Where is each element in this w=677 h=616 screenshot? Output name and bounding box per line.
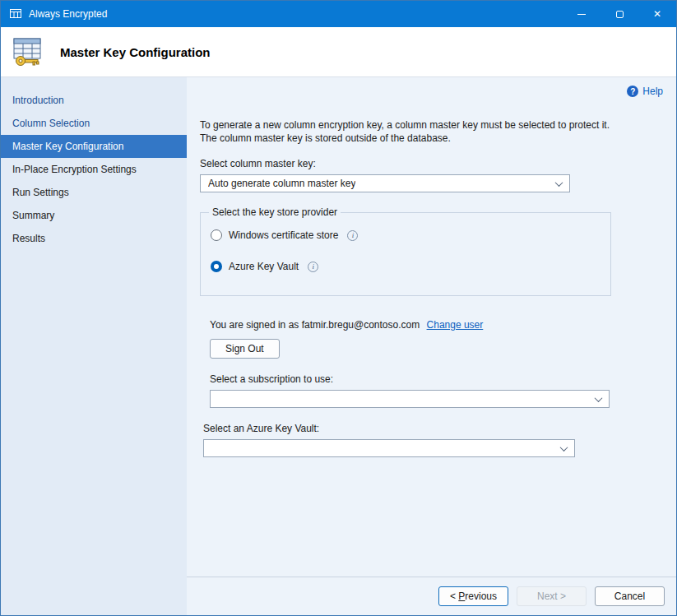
key-store-provider-group: Select the key store provider Windows ce… xyxy=(200,212,611,296)
wizard-steps-sidebar: Introduction Column Selection Master Key… xyxy=(1,77,187,615)
radio-label: Windows certificate store xyxy=(229,229,338,241)
column-master-key-label: Select column master key: xyxy=(200,158,663,169)
radio-unchecked-icon xyxy=(211,229,222,241)
change-user-link[interactable]: Change user xyxy=(427,319,484,331)
key-store-provider-group-title: Select the key store provider xyxy=(209,206,341,218)
window-title: Always Encrypted xyxy=(29,8,107,20)
minimize-icon xyxy=(577,14,586,15)
help-icon: ? xyxy=(627,86,638,97)
sidebar-item-master-key-configuration[interactable]: Master Key Configuration xyxy=(1,135,187,158)
sidebar-item-run-settings[interactable]: Run Settings xyxy=(1,181,187,204)
maximize-icon xyxy=(616,11,624,18)
info-icon[interactable]: i xyxy=(347,230,358,241)
column-master-key-dropdown[interactable]: Auto generate column master key xyxy=(200,174,570,192)
titlebar: Always Encrypted ✕ xyxy=(1,1,676,27)
close-button[interactable]: ✕ xyxy=(638,1,676,27)
next-button[interactable]: Next > xyxy=(517,586,587,606)
window-controls: ✕ xyxy=(563,1,676,27)
always-encrypted-wizard-window: Always Encrypted ✕ Master Key Con xyxy=(0,0,677,616)
previous-button[interactable]: < Previous xyxy=(438,586,508,606)
main-column: ? Help To generate a new column encrypti… xyxy=(187,77,676,615)
page-title: Master Key Configuration xyxy=(60,45,211,59)
sidebar-item-in-place-encryption-settings[interactable]: In-Place Encryption Settings xyxy=(1,158,187,181)
content-row: Introduction Column Selection Master Key… xyxy=(1,77,676,615)
sidebar-item-label: Results xyxy=(12,233,45,244)
signed-in-row: You are signed in as fatmir.bregu@contos… xyxy=(210,319,663,331)
sidebar-item-label: Run Settings xyxy=(12,187,69,198)
signed-in-text: You are signed in as fatmir.bregu@contos… xyxy=(210,319,420,331)
sidebar-item-results[interactable]: Results xyxy=(1,227,187,250)
azure-key-vault-label: Select an Azure Key Vault: xyxy=(203,423,663,434)
previous-label: < Previous xyxy=(450,591,497,602)
minimize-button[interactable] xyxy=(563,1,600,27)
info-icon[interactable]: i xyxy=(308,262,318,272)
subscription-dropdown[interactable] xyxy=(210,390,610,408)
radio-azure-key-vault[interactable]: Azure Key Vault i xyxy=(211,261,600,272)
wizard-footer: < Previous Next > Cancel xyxy=(187,577,676,615)
dropdown-value: Auto generate column master key xyxy=(208,178,355,189)
sidebar-item-label: Master Key Configuration xyxy=(12,141,123,152)
chevron-down-icon xyxy=(555,178,563,187)
sidebar-item-label: Column Selection xyxy=(12,118,90,129)
sidebar-item-summary[interactable]: Summary xyxy=(1,204,187,227)
table-key-icon xyxy=(9,35,47,68)
sidebar-item-column-selection[interactable]: Column Selection xyxy=(1,112,187,135)
sign-out-button[interactable]: Sign Out xyxy=(210,339,280,359)
help-link[interactable]: Help xyxy=(642,86,663,97)
radio-checked-icon xyxy=(211,261,222,272)
maximize-button[interactable] xyxy=(600,1,638,27)
radio-label: Azure Key Vault xyxy=(229,261,299,272)
help-row: ? Help xyxy=(200,86,663,97)
sidebar-item-introduction[interactable]: Introduction xyxy=(1,89,187,112)
sidebar-item-label: In-Place Encryption Settings xyxy=(12,164,137,175)
sidebar-item-label: Summary xyxy=(12,210,54,221)
subscription-label: Select a subscription to use: xyxy=(210,373,663,385)
cancel-button[interactable]: Cancel xyxy=(595,586,665,606)
sidebar-item-label: Introduction xyxy=(12,95,64,106)
chevron-down-icon xyxy=(560,443,568,452)
main-panel: ? Help To generate a new column encrypti… xyxy=(187,77,676,577)
close-icon: ✕ xyxy=(653,9,661,19)
azure-key-vault-dropdown[interactable] xyxy=(203,439,575,457)
app-icon xyxy=(9,7,22,21)
radio-windows-certificate-store[interactable]: Windows certificate store i xyxy=(211,229,600,241)
chevron-down-icon xyxy=(595,394,603,402)
intro-text: To generate a new column encryption key,… xyxy=(200,118,615,145)
wizard-header: Master Key Configuration xyxy=(1,27,676,77)
